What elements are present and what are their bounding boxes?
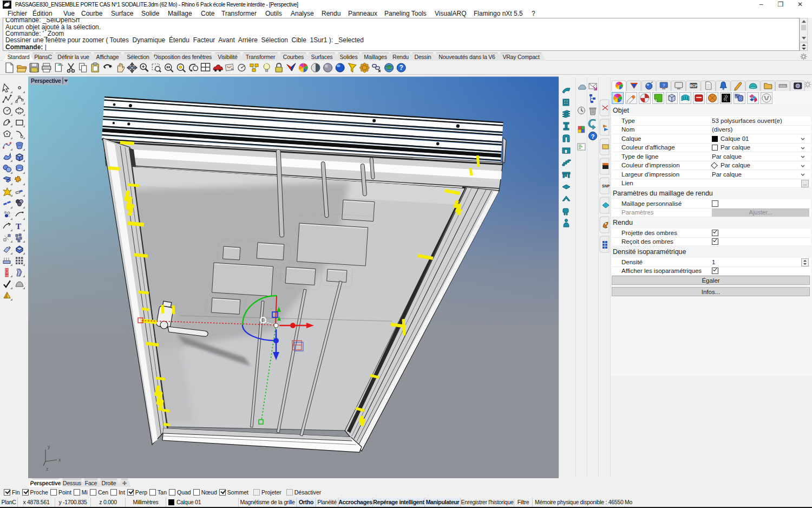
svg-text:6: 6 xyxy=(8,1,10,4)
svg-text:x: x xyxy=(58,457,61,463)
svg-text:Perspective: Perspective xyxy=(31,77,61,84)
svg-text:?: ? xyxy=(591,133,595,140)
svg-text:T: T xyxy=(16,222,21,231)
svg-text:?: ? xyxy=(400,64,403,71)
svg-text:RCP: RCP xyxy=(690,84,697,88)
svg-text:SNP: SNP xyxy=(602,184,610,188)
svg-text:?: ? xyxy=(663,83,665,88)
svg-text:y: y xyxy=(48,444,50,450)
svg-text:z: z xyxy=(46,466,49,472)
